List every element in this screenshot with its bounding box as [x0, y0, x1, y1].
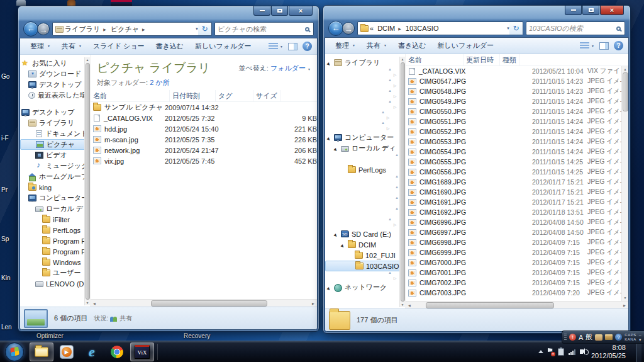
file-row[interactable]: hdd.jpg 2012/05/24 15:40 221 KB — [91, 123, 317, 134]
toolbar-button[interactable]: 新しいフォルダー — [190, 40, 257, 53]
toolbar-button[interactable]: 整理 — [25, 40, 55, 53]
expand-arrow-icon[interactable] — [333, 69, 405, 79]
taskbar-chrome-button[interactable] — [105, 342, 129, 361]
toolbar-button[interactable]: 共有 — [362, 39, 392, 52]
file-row[interactable]: CIMG6997.JPG 2012/04/08 14:50 JPEG イメ- — [406, 227, 628, 237]
sidebar-item[interactable]: Windows — [325, 196, 405, 207]
file-row[interactable]: network.jpg 2012/05/24 21:47 206 KB — [91, 145, 317, 156]
network-signal-icon[interactable] — [569, 349, 575, 355]
toolbar-button[interactable]: 新しいフォルダー — [432, 39, 499, 52]
scroll-left-icon[interactable]: ◀ — [91, 302, 98, 305]
scrollbar-track[interactable] — [413, 302, 621, 308]
file-row[interactable]: CIMG0555.JPG 2011/10/15 14:25 JPEG イメ- — [406, 157, 628, 167]
scroll-up-icon[interactable]: ▲ — [401, 57, 404, 62]
file-row[interactable]: CIMG7003.JPG 2012/04/09 7:20 JPEG イメ- — [406, 288, 628, 298]
file-row[interactable]: _CATALOG.VIX 2012/05/21 10:04 VIX ファイ — [406, 66, 628, 76]
preview-pane-button[interactable] — [599, 42, 609, 50]
column-header[interactable]: タグ — [216, 90, 253, 101]
sidebar-item[interactable]: Program Fil — [325, 186, 405, 196]
minimize-button[interactable] — [253, 6, 270, 16]
sidebar-item[interactable]: デスクトップ — [20, 79, 90, 90]
horizontal-scrollbar[interactable]: ◀ ▶ — [91, 299, 317, 307]
taskbar-explorer-button[interactable] — [30, 342, 53, 361]
sidebar-item[interactable]: ネットワーク — [325, 282, 405, 293]
file-row[interactable]: CIMG1689.JPG 2012/01/17 15:21 JPEG イメ- — [406, 177, 628, 187]
arrange-by-control[interactable]: 並べ替え: フォルダー ▼ — [238, 64, 311, 88]
sidebar-item[interactable]: DCIM — [325, 239, 405, 250]
scroll-right-icon[interactable]: ▶ — [309, 302, 317, 305]
breadcrumb[interactable]: « DCIM103CASIO — [357, 21, 515, 35]
expand-arrow-icon[interactable] — [326, 134, 331, 142]
sidebar-item[interactable]: LENOVO (D:) — [325, 218, 405, 229]
ime-error-icon[interactable]: ! — [569, 334, 576, 341]
file-row[interactable]: CIMG1692.JPG 2012/01/18 13:51 JPEG イメ- — [406, 207, 628, 217]
sidebar-item[interactable]: king — [20, 182, 90, 193]
refresh-button[interactable]: ↻ — [509, 21, 523, 35]
file-row[interactable]: CIMG7000.JPG 2012/04/09 7:15 JPEG イメ- — [406, 257, 628, 268]
scroll-up-icon[interactable]: ▲ — [86, 57, 89, 62]
action-center-icon[interactable] — [548, 348, 553, 355]
breadcrumb-item[interactable]: DCIM — [377, 25, 404, 32]
sidebar-item[interactable]: Program Fil — [325, 175, 405, 186]
sidebar-item[interactable]: Program Fil — [20, 246, 90, 257]
scroll-down-icon[interactable]: ▼ — [401, 302, 404, 307]
show-desktop-button[interactable] — [636, 341, 641, 362]
sidebar-item[interactable]: コンピューター — [325, 132, 405, 143]
scroll-right-icon[interactable]: ▶ — [621, 303, 628, 307]
sidebar-item[interactable]: PerfLogs — [20, 225, 90, 235]
expand-arrow-icon[interactable] — [326, 59, 331, 67]
file-row[interactable]: vix.jpg 2012/05/25 7:45 452 KB — [91, 156, 317, 166]
expand-arrow-icon[interactable] — [333, 90, 405, 100]
file-row[interactable]: CIMG0552.JPG 2011/10/15 14:24 JPEG イメ- — [406, 127, 628, 137]
file-row[interactable]: サンプル ピクチャ 2009/07/14 14:32 — [91, 102, 317, 113]
expand-arrow-icon[interactable] — [340, 176, 405, 186]
back-button[interactable]: ← — [328, 21, 343, 36]
scrollbar-thumb[interactable] — [401, 62, 405, 302]
file-row[interactable]: CIMG0547.JPG 2011/10/15 14:23 JPEG イメ- — [406, 76, 628, 86]
sidebar-item[interactable]: コンピューター — [20, 193, 90, 203]
scroll-down-icon[interactable]: ▼ — [86, 300, 89, 305]
taskbar-media-player-button[interactable] — [55, 342, 79, 361]
sidebar-item[interactable]: ライブラリ — [20, 118, 90, 128]
help-button[interactable] — [303, 42, 312, 51]
file-row[interactable]: CIMG0554.JPG 2011/10/15 14:24 JPEG イメ- — [406, 147, 628, 157]
scrollbar-thumb[interactable] — [151, 300, 267, 307]
expand-arrow-icon[interactable] — [326, 284, 331, 291]
column-header[interactable]: 日付時刻 — [170, 90, 216, 101]
file-row[interactable]: CIMG0550.JPG 2011/10/15 14:24 JPEG イメ- — [406, 106, 628, 116]
sidebar-item[interactable]: PerfLogs — [325, 164, 405, 175]
sidebar-item[interactable]: ピクチャ — [20, 139, 90, 150]
expand-arrow-icon[interactable] — [333, 230, 338, 238]
sidebar-item[interactable]: ビデオ — [20, 150, 90, 161]
toolbar-button[interactable]: 書き込む — [151, 40, 189, 53]
scrollbar-thumb[interactable] — [426, 302, 555, 308]
expand-arrow-icon[interactable] — [333, 218, 405, 229]
show-hidden-icons-button[interactable] — [538, 350, 543, 353]
sidebar-item[interactable]: 最近表示した場所 — [20, 90, 90, 101]
close-button[interactable]: × — [600, 6, 624, 15]
expand-arrow-icon[interactable] — [340, 154, 405, 164]
file-row[interactable]: CIMG7002.JPG 2012/04/09 7:15 JPEG イメ- — [406, 278, 628, 288]
file-row[interactable]: CIMG6996.JPG 2012/04/08 14:50 JPEG イメ- — [406, 217, 628, 227]
expand-arrow-icon[interactable] — [326, 122, 405, 132]
expand-arrow-icon[interactable] — [333, 101, 405, 111]
expand-arrow-icon[interactable] — [333, 272, 405, 282]
search-icon[interactable] — [616, 26, 621, 31]
sidebar-item[interactable]: 102_FUJI — [325, 250, 405, 261]
sidebar-item[interactable]: LENOVO (D:) — [20, 278, 90, 289]
file-row[interactable]: CIMG1691.JPG 2012/01/17 15:21 JPEG イメ- — [406, 197, 628, 207]
ime-input-mode[interactable]: A — [579, 334, 583, 341]
horizontal-scrollbar[interactable]: ◀ ▶ — [406, 301, 628, 308]
maximize-button[interactable] — [582, 6, 599, 15]
scrollbar-thumb[interactable] — [86, 63, 90, 300]
scroll-left-icon[interactable]: ◀ — [406, 303, 413, 307]
scope-link[interactable]: 2 か所 — [150, 79, 169, 86]
refresh-button[interactable]: ↻ — [198, 22, 212, 36]
ime-tools-icon[interactable] — [595, 334, 602, 341]
sidebar-item[interactable]: iFilter — [20, 214, 90, 225]
file-row[interactable]: CIMG0553.JPG 2011/10/15 14:24 JPEG イメ- — [406, 137, 628, 147]
sidebar-item[interactable]: ミュージック — [20, 161, 90, 171]
clipboard-tray-icon[interactable] — [558, 348, 564, 356]
change-view-button[interactable]: ▼ — [269, 43, 283, 50]
sidebar-item[interactable]: お気に入り — [20, 58, 90, 69]
